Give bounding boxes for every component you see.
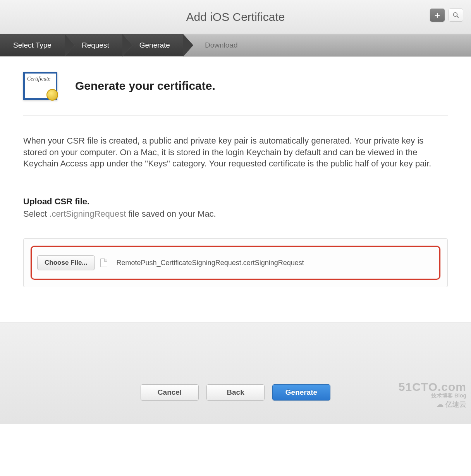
upload-sub-a: Select bbox=[23, 209, 49, 219]
upload-box: Choose File... RemotePush_CertificateSig… bbox=[23, 238, 448, 287]
search-icon bbox=[452, 12, 459, 19]
upload-inner-highlight: Choose File... RemotePush_CertificateSig… bbox=[31, 246, 440, 280]
watermark: 51CTO.com 技术博客 Blog ☁ 亿速云 bbox=[399, 381, 466, 408]
upload-subtext: Select .certSigningRequest file saved on… bbox=[23, 209, 448, 219]
plus-icon: ＋ bbox=[433, 9, 442, 21]
choose-file-button[interactable]: Choose File... bbox=[37, 255, 95, 270]
upload-heading: Upload CSR file. bbox=[23, 197, 448, 207]
step-label: Generate bbox=[139, 41, 170, 50]
svg-line-1 bbox=[457, 16, 459, 18]
step-select-type[interactable]: Select Type bbox=[0, 34, 65, 56]
search-button[interactable] bbox=[449, 9, 463, 22]
generate-button[interactable]: Generate bbox=[272, 384, 330, 401]
add-button[interactable]: ＋ bbox=[430, 9, 445, 22]
step-label: Select Type bbox=[13, 41, 52, 50]
page-title: Add iOS Certificate bbox=[186, 10, 285, 24]
generate-heading-row: Certificate Generate your certificate. bbox=[23, 72, 448, 100]
body-paragraph: When your CSR file is created, a public … bbox=[23, 135, 448, 170]
seal-icon bbox=[46, 89, 58, 101]
step-download: Download bbox=[183, 34, 251, 56]
page-header: Add iOS Certificate ＋ bbox=[0, 0, 471, 34]
cancel-button[interactable]: Cancel bbox=[141, 384, 199, 401]
step-label: Download bbox=[205, 41, 238, 50]
generate-title: Generate your certificate. bbox=[75, 79, 215, 92]
step-bar: Select Type Request Generate Download bbox=[0, 34, 471, 57]
watermark-line-3: ☁ 亿速云 bbox=[399, 401, 466, 408]
content-area: Certificate Generate your certificate. W… bbox=[0, 57, 471, 322]
certificate-icon: Certificate bbox=[23, 72, 57, 100]
back-button[interactable]: Back bbox=[206, 384, 265, 401]
watermark-line-1: 51CTO.com bbox=[399, 381, 466, 393]
header-actions: ＋ bbox=[430, 9, 463, 22]
cloud-icon: ☁ bbox=[437, 401, 443, 408]
watermark-line-2: 技术博客 Blog bbox=[399, 393, 466, 399]
file-icon bbox=[100, 259, 107, 267]
certificate-icon-label: Certificate bbox=[27, 76, 50, 82]
divider bbox=[23, 115, 448, 116]
selected-filename: RemotePush_CertificateSigningRequest.cer… bbox=[117, 259, 304, 267]
step-label: Request bbox=[82, 41, 109, 50]
bottom-bar: Cancel Back Generate 51CTO.com 技术博客 Blog… bbox=[0, 322, 471, 424]
upload-sub-ext: .certSigningRequest bbox=[49, 209, 126, 219]
svg-point-0 bbox=[454, 13, 457, 17]
upload-sub-c: file saved on your Mac. bbox=[126, 209, 216, 219]
